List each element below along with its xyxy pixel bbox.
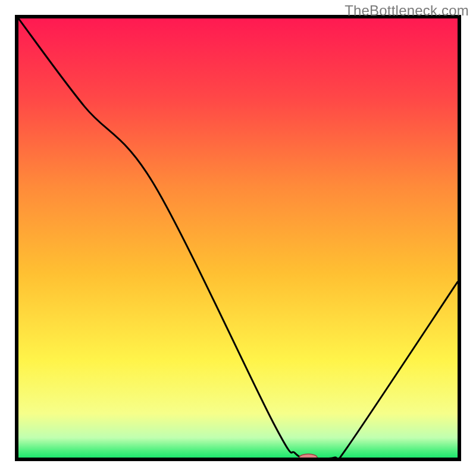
chart-container: TheBottleneck.com [0,0,476,476]
plot-background [18,18,458,458]
watermark-text: TheBottleneck.com [345,2,469,19]
bottleneck-chart [0,0,476,476]
